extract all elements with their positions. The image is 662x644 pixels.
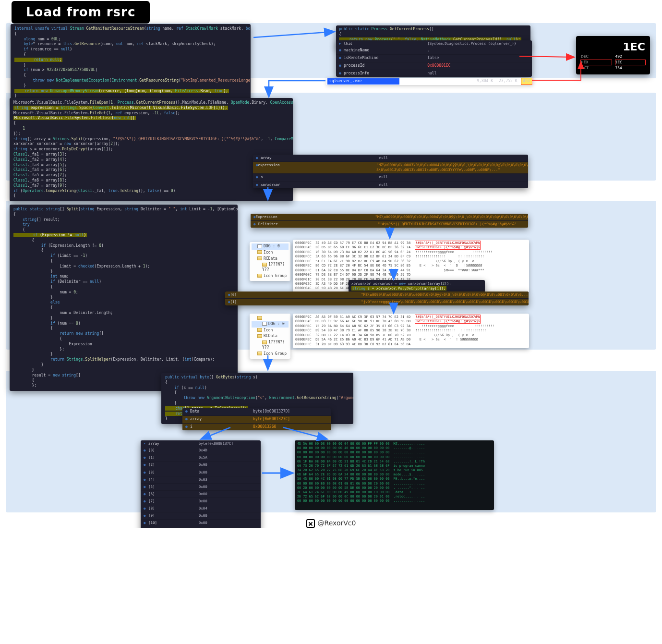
tm-mem: 9,804 K — [401, 78, 495, 85]
calc-rows: DEC492HEX1ECOCT754 — [581, 54, 645, 71]
code-fileopen: Microsoft.VisualBasic.FileSystem.FileOpe… — [10, 98, 293, 201]
watch-xor: ●[0]"MZ\u0090\0\u0003\0\0\0\u0004\0\0\0ÿ… — [225, 292, 529, 305]
hex-pe: 4D 5A 90 00 03 00 00 00 04 00 00 00 FF F… — [295, 440, 494, 510]
code-get-manifest-text: internal unsafe virtual Stream GetManife… — [14, 26, 247, 99]
code-xor: xorxorxor xorxorxor = new xorxorxor(arra… — [349, 280, 485, 292]
watch-array-hdr: byte[0x000E137C] — [199, 441, 258, 446]
footer: @RexorVc0 — [0, 519, 662, 528]
taskmgr-row: sqlserver_.exe 9,804 K 23,752 K 492 — [326, 78, 533, 85]
tree-2[interactable]: DOG : 0IconRCData1???N??Y??Icon Group — [250, 314, 290, 359]
hex2-text: 0000EF9C A6 A5 9F 59 51 A9 AC C9 3F 63 5… — [295, 315, 527, 347]
tm-ws: 23,752 K — [497, 78, 519, 85]
watch-process: ▶this{System.Diagnostics.Process (sqlser… — [336, 40, 532, 77]
hex-pe-text: 4D 5A 90 00 03 00 00 00 04 00 00 00 FF F… — [297, 442, 492, 503]
code-split-text: public static string[] Split(string Expr… — [13, 207, 234, 389]
tm-name: sqlserver_.exe — [327, 78, 399, 85]
x-icon — [306, 519, 315, 528]
watch-fileopen: ●arraynull●expression"MZ\u0090\0\u0003\0… — [253, 155, 528, 188]
watch-this-val: {System.Diagnostics.Process (sqlserver_)… — [427, 41, 529, 46]
hex-panel-2: 0000EF9C A6 A5 9F 59 51 A9 AC C9 3F 63 5… — [293, 314, 529, 348]
watch-array: ▾arraybyte[0x000E137C] ●[0]0x4D●[1]0x5A●… — [141, 440, 261, 528]
tm-pid: 492 — [521, 78, 532, 85]
title-chip: Load from rsrc — [12, 1, 150, 24]
code-split: public static string[] Split(string Expr… — [10, 205, 238, 391]
code-xor-text: xorxorxor xorxorxor = new xorxorxor(arra… — [351, 281, 482, 291]
watch-split: ●Expression"MZ\u0090\0\u0003\0\0\0\u0004… — [251, 214, 528, 228]
code-get-manifest: internal unsafe virtual Stream GetManife… — [11, 24, 251, 101]
calc-box: 1EC DEC492HEX1ECOCT754 — [576, 36, 650, 74]
title-text: Load from rsrc — [26, 5, 135, 19]
code-fileopen-text: Microsoft.VisualBasic.FileSystem.FileOpe… — [13, 100, 289, 199]
watch-array-name: array — [148, 441, 199, 446]
footer-handle: @RexorVc0 — [318, 519, 356, 527]
watch-this-label: this — [344, 41, 427, 46]
tree-1[interactable]: DOG : 0IconRCData1???N??Y??Icon Group — [250, 242, 290, 281]
watch-bytes: ●Databyte[0x0001327D]●arraybyte[0x000132… — [182, 408, 331, 430]
calc-big-value: 1EC — [581, 40, 645, 54]
